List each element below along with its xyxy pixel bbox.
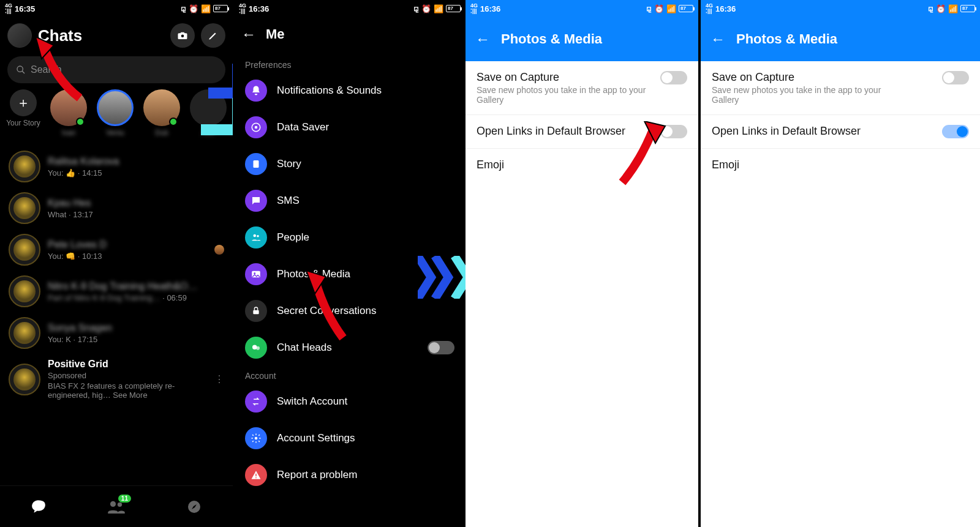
your-story[interactable]: ＋ Your Story: [6, 89, 40, 127]
svg-rect-19: [255, 477, 257, 479]
chat-row-sponsored[interactable]: Positive Grid Sponsored BIAS FX 2 featur…: [0, 354, 233, 405]
svg-point-11: [257, 235, 259, 237]
bluetooth-icon: ⚼: [181, 4, 186, 13]
alarm-icon: ⏰: [654, 4, 664, 13]
battery-icon: 87: [679, 5, 693, 12]
pref-switch-account[interactable]: Switch Account: [234, 383, 466, 420]
switch-icon: [245, 391, 267, 413]
story-item[interactable]: Ann: [190, 89, 227, 137]
setting-save-on-capture[interactable]: Save on CaptureSave new photos you take …: [701, 61, 980, 115]
back-button[interactable]: ←: [241, 26, 256, 43]
gear-icon: [245, 427, 267, 449]
nav-chats[interactable]: [30, 498, 47, 515]
pref-photos-media[interactable]: Photos & Media: [234, 256, 466, 293]
svg-point-1: [17, 66, 23, 72]
pref-chat-heads[interactable]: Chat Heads: [234, 329, 466, 366]
chat-row[interactable]: Sonya SnagenYou: K · 17:15: [0, 312, 233, 354]
page-title: Photos & Media: [501, 31, 602, 47]
chat-avatar: [9, 151, 40, 182]
story-item[interactable]: Veniu: [97, 89, 134, 137]
chat-avatar: [9, 317, 40, 349]
toggle-save-on-capture[interactable]: [660, 71, 687, 84]
people-icon: [245, 226, 267, 249]
status-bar: 4G⁚|||16:36 ⚼⏰📶87: [466, 0, 698, 17]
toggle-save-on-capture[interactable]: [942, 71, 969, 84]
back-button[interactable]: ←: [710, 31, 725, 48]
battery-icon: 87: [446, 5, 461, 12]
pref-sms[interactable]: SMS: [234, 182, 466, 219]
svg-point-16: [256, 346, 260, 350]
svg-rect-14: [253, 310, 258, 315]
network-icon: 4G⁚|||: [5, 3, 12, 14]
toggle-open-links[interactable]: [660, 125, 687, 138]
chat-row[interactable]: Pete Loves DYou: 👊 · 10:13: [0, 229, 233, 271]
search-input[interactable]: Search: [7, 56, 225, 83]
page-title: Photos & Media: [736, 31, 837, 47]
warning-icon: [245, 464, 267, 486]
chat-avatar: [9, 192, 40, 224]
svg-point-10: [254, 234, 257, 237]
pref-account-settings[interactable]: Account Settings: [234, 420, 466, 457]
camera-button[interactable]: [170, 23, 195, 48]
bluetooth-icon: ⚼: [928, 4, 933, 13]
battery-icon: 87: [213, 5, 228, 12]
story-item[interactable]: Dub: [143, 89, 180, 137]
chat-avatar: [9, 275, 40, 307]
chat-row[interactable]: Ralitsa KolarovaYou: 👍 · 14:15: [0, 146, 233, 187]
wifi-icon: 📶: [434, 4, 443, 13]
svg-line-2: [22, 71, 24, 73]
bell-icon: [245, 80, 267, 102]
svg-rect-9: [254, 160, 259, 168]
page-title: Me: [266, 26, 285, 42]
section-label: Preferences: [234, 55, 466, 72]
chat-row[interactable]: Kpau HesWhat · 13:17: [0, 187, 233, 229]
setting-save-on-capture[interactable]: Save on CaptureSave new photos you take …: [466, 61, 698, 115]
alarm-icon: ⏰: [421, 4, 431, 13]
pref-notifications[interactable]: Notifications & Sounds: [234, 72, 466, 109]
status-bar: 4G⁚|||16:36 ⚼⏰📶87: [701, 0, 980, 17]
story-icon: [245, 153, 267, 175]
network-icon: 4G⁚|||: [470, 3, 478, 14]
back-button[interactable]: ←: [475, 31, 490, 48]
photo-icon: [245, 263, 267, 285]
pref-report[interactable]: Report a problem: [234, 457, 466, 493]
seen-indicator: [214, 245, 224, 255]
profile-avatar[interactable]: [7, 23, 32, 48]
wifi-icon: 📶: [201, 4, 211, 13]
sms-icon: [245, 190, 267, 212]
pref-story[interactable]: Story: [234, 146, 466, 182]
compose-button[interactable]: [201, 23, 225, 48]
wifi-icon: 📶: [666, 4, 676, 13]
section-label: Account: [234, 366, 466, 383]
chat-row[interactable]: Nitro K-9 Dog Training Heath&O…Part of N…: [0, 271, 233, 312]
bluetooth-icon: ⚼: [646, 4, 652, 13]
pref-secret[interactable]: Secret Conversations: [234, 293, 466, 329]
svg-rect-18: [255, 474, 257, 477]
toggle-open-links[interactable]: [942, 125, 969, 138]
stories-row[interactable]: ＋ Your Story Ivan Veniu Dub Ann: [0, 89, 233, 146]
more-icon[interactable]: ⋮: [214, 373, 224, 385]
svg-point-0: [181, 35, 184, 38]
status-bar: 4G⁚|||16:36 ⚼⏰📶87: [234, 0, 466, 17]
setting-emoji[interactable]: Emoji: [466, 149, 698, 181]
svg-point-4: [118, 502, 122, 506]
toggle-chat-heads[interactable]: [428, 341, 454, 354]
nav-discover[interactable]: [186, 498, 203, 515]
setting-open-links[interactable]: Open Links in Default Browser: [701, 115, 980, 149]
svg-point-3: [110, 501, 116, 506]
chat-avatar: [9, 364, 40, 395]
pref-people[interactable]: People: [234, 219, 466, 256]
svg-point-17: [255, 437, 258, 440]
chat-avatar: [9, 234, 40, 266]
setting-emoji[interactable]: Emoji: [701, 149, 980, 181]
bluetooth-icon: ⚼: [413, 4, 419, 13]
lock-icon: [245, 300, 267, 322]
alarm-icon: ⏰: [189, 4, 198, 13]
nav-people[interactable]: 11: [108, 498, 125, 515]
story-item[interactable]: Ivan: [50, 89, 87, 137]
svg-point-8: [255, 126, 258, 129]
bottom-nav: 11: [0, 485, 233, 527]
battery-icon: 87: [960, 5, 975, 12]
setting-open-links[interactable]: Open Links in Default Browser: [466, 115, 698, 149]
pref-data-saver[interactable]: Data Saver: [234, 109, 466, 146]
